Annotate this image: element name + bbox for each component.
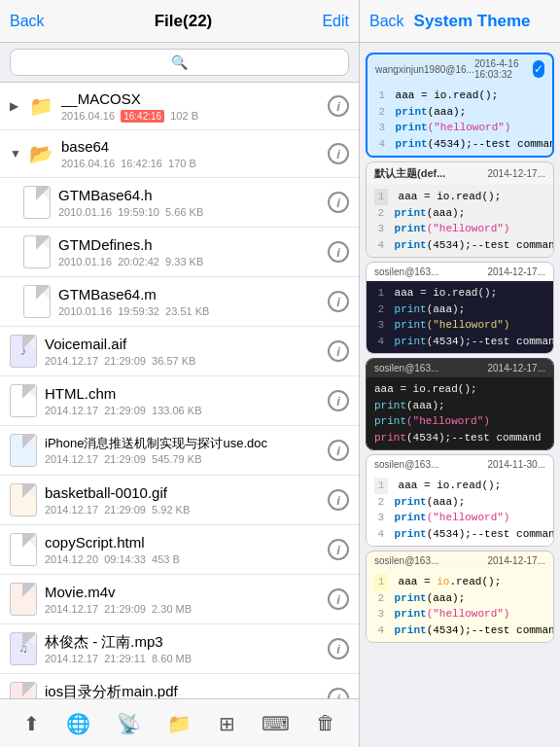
code-line: 2 print(aaa); — [374, 205, 545, 222]
code-line: 3 print("helloword") — [374, 606, 545, 622]
back-button[interactable]: Back — [10, 13, 45, 30]
info-button[interactable]: i — [328, 241, 349, 263]
item-name: GTMBase64.m — [58, 286, 320, 303]
theme-card[interactable]: sosilen@163... 2014-12-17... 1 aaa = io.… — [366, 551, 554, 643]
code-line: 3 print("helloword") — [375, 120, 544, 136]
code-line: 2 print(aaa); — [374, 590, 545, 607]
info-button[interactable]: i — [328, 588, 349, 610]
code-line: print("helloword") — [374, 413, 545, 430]
theme-card[interactable]: sosilen@163... 2014-12-17... 1 aaa = io.… — [366, 262, 554, 354]
theme-user: wangxinjun1980@16... — [375, 64, 474, 75]
info-button[interactable]: i — [328, 95, 349, 117]
code-line: 4 print(4534);--test command — [374, 334, 545, 350]
list-item[interactable]: basketball-0010.gif 2014.12.17 21:29:09 … — [0, 476, 359, 525]
list-item[interactable]: ▶ 📁 __MACOSX 2016.04.16 16:42:16 102 B i — [0, 83, 359, 130]
theme-date: 2014-12-17... — [488, 168, 546, 179]
theme-card[interactable]: 默认主题(def... 2014-12-17... 1 aaa = io.rea… — [366, 161, 554, 258]
info-button[interactable]: i — [328, 688, 349, 698]
list-item[interactable]: GTMBase64.m 2010.01.16 19:59:32 23.51 KB… — [0, 277, 359, 327]
info-button[interactable]: i — [328, 340, 349, 362]
item-name: basketball-0010.gif — [45, 484, 320, 502]
item-info: Movie.m4v 2014.12.17 21:29:09 2.30 MB — [45, 584, 320, 615]
apps-icon[interactable]: ⊞ — [219, 712, 235, 735]
folder-icon: 📁 — [29, 94, 53, 118]
theme-title: 默认主题(def... — [374, 166, 445, 181]
trash-icon[interactable]: 🗑 — [316, 712, 335, 734]
code-line: aaa = io.read(); — [374, 381, 545, 398]
info-button[interactable]: i — [328, 638, 349, 659]
code-line: 3 print("helloword") — [374, 221, 545, 237]
list-item[interactable]: Movie.m4v 2014.12.17 21:29:09 2.30 MB i — [0, 575, 359, 624]
file-icon — [10, 533, 37, 566]
list-item[interactable]: ♪ Voicemail.aif 2014.12.17 21:29:09 36.5… — [0, 327, 359, 376]
code-line: 4 print(4534);--test command — [375, 136, 544, 153]
theme-card-header: sosilen@163... 2014-12-17... — [367, 359, 553, 377]
code-line: 2 print(aaa); — [375, 104, 544, 121]
info-button[interactable]: i — [328, 291, 349, 312]
item-info: GTMBase64.h 2010.01.16 19:59:10 5.66 KB — [58, 187, 320, 218]
file-icon: ♪ — [10, 335, 37, 368]
left-nav-bar: Back File(22) Edit — [0, 0, 359, 43]
toolbar-bottom: ⬆ 🌐 📡 📁 ⊞ ⌨ 🗑 — [0, 698, 359, 747]
info-button[interactable]: i — [328, 390, 349, 411]
list-item[interactable]: ♫ 林俊杰 - 江南.mp3 2014.12.17 21:29:11 8.60 … — [0, 624, 359, 674]
item-meta: 2010.01.16 19:59:32 23.51 KB — [58, 305, 320, 317]
item-meta: 2014.12.17 21:29:09 133.06 KB — [45, 405, 320, 416]
list-item[interactable]: ios目录分析main.pdf 2014.12.17 21:29:09 9715… — [0, 674, 359, 698]
browser-icon[interactable]: 🌐 — [66, 712, 90, 735]
list-item[interactable]: GTMBase64.h 2010.01.16 19:59:10 5.66 KB … — [0, 178, 359, 228]
item-meta: 2016.04.16 16:42:16 102 B — [61, 110, 320, 122]
theme-user: sosilen@163... — [374, 267, 438, 277]
theme-date: 2014-11-30... — [488, 459, 546, 470]
folder-toggle-icon: ▼ — [10, 147, 25, 160]
item-name: 林俊杰 - 江南.mp3 — [45, 633, 320, 651]
right-back-button[interactable]: Back — [369, 13, 404, 30]
file-icon: ♫ — [10, 632, 37, 665]
theme-card-header: sosilen@163... 2014-12-17... — [367, 551, 553, 570]
theme-date: 2014-12-17... — [488, 555, 546, 566]
file-icon — [23, 186, 51, 219]
list-item[interactable]: ▼ 📂 base64 2016.04.16 16:42:16 170 B i — [0, 130, 359, 178]
item-info: GTMDefines.h 2010.01.16 20:02:42 9.33 KB — [58, 236, 320, 267]
info-button[interactable]: i — [328, 489, 349, 511]
item-meta: 2010.01.16 20:02:42 9.33 KB — [58, 256, 320, 267]
file-icon — [10, 682, 37, 698]
theme-date: 2014-12-17... — [488, 267, 546, 277]
info-button[interactable]: i — [328, 192, 349, 213]
upload-icon[interactable]: ⬆ — [23, 712, 40, 735]
theme-code-area: 1 aaa = io.read(); 2 print(aaa); 3 print… — [367, 281, 553, 353]
terminal-icon[interactable]: ⌨ — [262, 712, 290, 735]
info-button[interactable]: i — [328, 539, 349, 560]
list-item[interactable]: iPhone消息推送机制实现与探讨use.doc 2014.12.17 21:2… — [0, 426, 359, 476]
right-panel-title: System Theme — [414, 12, 531, 31]
code-line: 4 print(4534);--test command — [374, 237, 545, 254]
item-info: Voicemail.aif 2014.12.17 21:29:09 36.57 … — [45, 336, 320, 367]
theme-code-area: aaa = io.read(); print(aaa); print("hell… — [367, 377, 553, 449]
theme-list: wangxinjun1980@16... 2016-4-16 16:03:32 … — [360, 43, 560, 747]
theme-card[interactable]: sosilen@163... 2014-12-17... aaa = io.re… — [366, 358, 554, 450]
theme-card[interactable]: wangxinjun1980@16... 2016-4-16 16:03:32 … — [366, 53, 554, 158]
list-item[interactable]: copyScript.html 2014.12.20 09:14:33 453 … — [0, 525, 359, 575]
code-line: 4 print(4534);--test command — [374, 622, 545, 639]
wifi-icon[interactable]: 📡 — [117, 712, 141, 735]
theme-card[interactable]: sosilen@163... 2014-11-30... 1 aaa = io.… — [366, 454, 554, 547]
theme-user: sosilen@163... — [374, 555, 438, 566]
item-meta: 2014.12.17 21:29:09 545.79 KB — [45, 453, 320, 465]
file-icon — [23, 235, 51, 268]
item-info: HTML.chm 2014.12.17 21:29:09 133.06 KB — [45, 385, 320, 416]
item-meta: 2016.04.16 16:42:16 170 B — [61, 158, 320, 169]
search-input[interactable] — [10, 49, 349, 76]
edit-button[interactable]: Edit — [322, 13, 349, 30]
code-line: print(aaa); — [374, 398, 545, 414]
item-name: copyScript.html — [45, 534, 320, 551]
list-item[interactable]: GTMDefines.h 2010.01.16 20:02:42 9.33 KB… — [0, 228, 359, 277]
info-button[interactable]: i — [328, 440, 349, 461]
theme-code-area: 1 aaa = io.read(); 2 print(aaa); 3 print… — [368, 84, 552, 156]
item-name: Voicemail.aif — [45, 336, 320, 353]
info-button[interactable]: i — [328, 143, 349, 164]
list-item[interactable]: HTML.chm 2014.12.17 21:29:09 133.06 KB i — [0, 376, 359, 426]
theme-user: sosilen@163... — [374, 459, 438, 470]
folder-add-icon[interactable]: 📁 — [167, 712, 192, 735]
theme-date: 2016-4-16 16:03:32 — [474, 58, 529, 80]
item-info: ios目录分析main.pdf 2014.12.17 21:29:09 9715… — [45, 683, 320, 698]
